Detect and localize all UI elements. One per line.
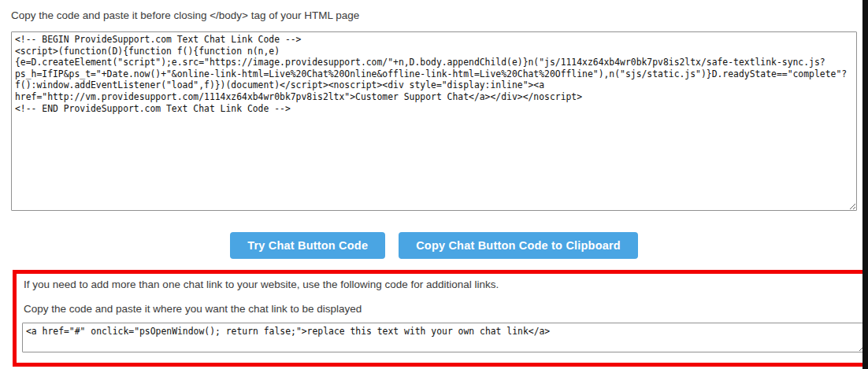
chat-link-code-textarea[interactable]: <!-- BEGIN ProvideSupport.com Text Chat … <box>11 31 857 211</box>
paste-location-instruction: Copy the code and paste it where you wan… <box>24 302 865 315</box>
embed-instruction-text: Copy the code and paste it before closin… <box>11 8 851 23</box>
additional-chat-link-textarea[interactable]: <a href="#" onclick="psOpenWindow(); ret… <box>22 323 866 352</box>
try-chat-button-code-button[interactable]: Try Chat Button Code <box>230 232 385 259</box>
copy-chat-button-code-button[interactable]: Copy Chat Button Code to Clipboard <box>399 232 638 259</box>
additional-links-note: If you need to add more than one chat li… <box>24 278 865 291</box>
window-edge-strip <box>862 0 868 369</box>
chat-code-page: Copy the code and paste it before closin… <box>0 0 862 369</box>
additional-links-section: If you need to add more than one chat li… <box>13 270 868 367</box>
button-row: Try Chat Button Code Copy Chat Button Co… <box>11 232 857 259</box>
